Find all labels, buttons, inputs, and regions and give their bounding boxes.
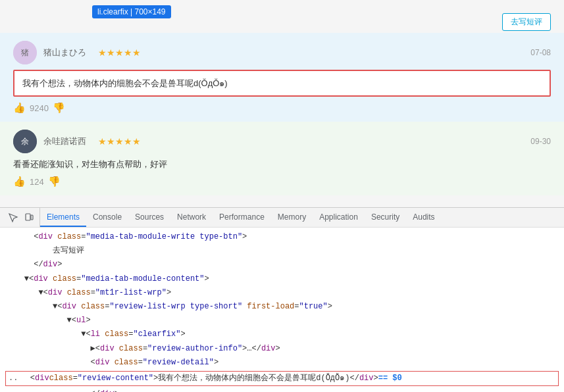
tab-console[interactable]: Console — [86, 208, 128, 227]
likes-count-2: 124 — [30, 177, 44, 187]
likes-count-1: 9240 — [30, 103, 49, 113]
thumbdown-icon-1: 👎 — [53, 102, 65, 114]
dom-line-4[interactable]: ▼<div class="media-tab-module-content"> — [5, 272, 559, 286]
tooltip-element-name: li.clearfix — [97, 7, 128, 16]
dom-tree[interactable]: <div class="media-tab-module-write type-… — [0, 228, 564, 392]
element-tooltip: li.clearfix | 700×149 — [92, 5, 171, 18]
write-review-button[interactable]: 去写短评 — [502, 13, 551, 31]
dom-line-selected[interactable]: .. <div class="review-content">我有个想法，动物体… — [5, 371, 559, 386]
tab-security[interactable]: Security — [365, 208, 406, 227]
review-content-2: 看番还能涨知识，对生物有点帮助，好评 — [13, 159, 551, 170]
review-header-2: 余 余哇踏诺西 ★★★★★ 09-30 — [13, 130, 551, 153]
dollar-zero: == $0 — [378, 372, 402, 385]
dom-line-2[interactable]: 去写短评 — [5, 244, 559, 258]
dom-line-1[interactable]: <div class="media-tab-module-write type-… — [5, 230, 559, 244]
tab-memory[interactable]: Memory — [271, 208, 313, 227]
tab-sources[interactable]: Sources — [128, 208, 170, 227]
avatar-2: 余 — [13, 130, 37, 153]
tab-performance[interactable]: Performance — [213, 208, 271, 227]
dom-line-6[interactable]: ▼<div class="review-list-wrp type-short"… — [5, 300, 559, 314]
thumbdown-icon-2: 👎 — [48, 176, 61, 187]
dom-line-9[interactable]: ▶<div class="review-author-info">…</div> — [5, 342, 559, 356]
svg-rect-5 — [31, 215, 33, 220]
dom-line-8[interactable]: ▼<li class="clearfix"> — [5, 328, 559, 341]
dot-indicator: .. — [9, 372, 18, 385]
stars-2: ★★★★★ — [98, 136, 141, 147]
thumbup-icon-1: 👍 — [13, 102, 26, 114]
toolbar-icons — [3, 208, 40, 227]
svg-text:猪: 猪 — [21, 48, 29, 57]
username-1: 猪山まひろ — [43, 47, 86, 59]
devtools-toolbar: Elements Console Sources Network Perform… — [0, 208, 564, 228]
tooltip-dimensions: 700×149 — [134, 7, 165, 16]
date-2: 09-30 — [530, 137, 551, 146]
tag-review-content: div — [35, 372, 49, 385]
dom-line-10[interactable]: <div class="review-detail"> — [5, 356, 559, 370]
review-content-1: 我有个想法，动物体内的细胞会不会是兽耳呢d(ŎдŎ๑) — [13, 70, 551, 97]
tab-application[interactable]: Application — [313, 208, 365, 227]
content-area: li.clearfix | 700×149 去写短评 猪 猪山まひろ ★★★★★… — [0, 0, 564, 207]
devtools-tabs: Elements Console Sources Network Perform… — [40, 208, 442, 227]
tab-elements[interactable]: Elements — [40, 208, 86, 227]
date-1: 07-08 — [530, 48, 551, 57]
device-toolbar-icon[interactable] — [22, 211, 36, 224]
dom-line-12[interactable]: </div> — [5, 387, 559, 392]
review-item-2: 余 余哇踏诺西 ★★★★★ 09-30 看番还能涨知识，对生物有点帮助，好评 👍… — [0, 122, 564, 195]
dom-line-7[interactable]: ▼<ul> — [5, 314, 559, 328]
username-2: 余哇踏诺西 — [43, 135, 86, 147]
devtools-panel: Elements Console Sources Network Perform… — [0, 207, 564, 392]
review-header-1: 猪 猪山まひろ ★★★★★ 07-08 — [13, 41, 551, 64]
review-item-1: 猪 猪山まひろ ★★★★★ 07-08 我有个想法，动物体内的细胞会不会是兽耳呢… — [0, 33, 564, 122]
review-actions-2: 👍 124 👎 — [13, 176, 551, 187]
svg-text:余: 余 — [21, 137, 29, 146]
inspect-element-icon[interactable] — [7, 211, 20, 224]
dom-line-3[interactable]: </div> — [5, 258, 559, 272]
dom-line-5[interactable]: ▼<div class="mt1r-list-wrp"> — [5, 286, 559, 300]
thumbup-icon-2: 👍 — [13, 176, 26, 187]
stars-1: ★★★★★ — [98, 47, 141, 58]
review-actions-1: 👍 9240 👎 — [13, 102, 551, 114]
avatar-1: 猪 — [13, 41, 37, 64]
svg-rect-4 — [26, 214, 30, 220]
tab-audits[interactable]: Audits — [406, 208, 441, 227]
tab-network[interactable]: Network — [170, 208, 213, 227]
